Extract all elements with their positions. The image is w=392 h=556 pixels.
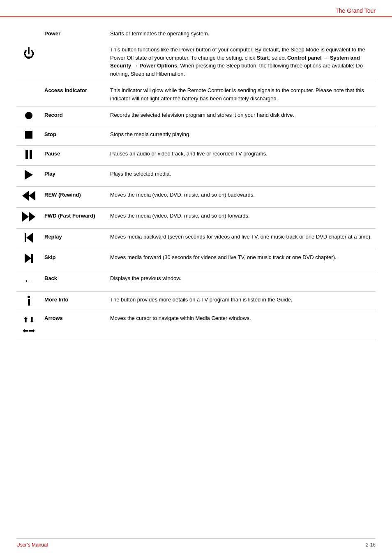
footer-page-number: 2-16 bbox=[366, 542, 376, 548]
table-row: ⬆⬇⬅➡ArrowsMoves the cursor to navigate w… bbox=[16, 310, 376, 340]
main-content: ⏻PowerStarts or terminates the operating… bbox=[0, 17, 392, 357]
feature-desc: Moves the cursor to navigate within Medi… bbox=[107, 310, 376, 340]
footer-manual-label: User's Manual bbox=[16, 542, 48, 548]
feature-desc: The button provides more details on a TV… bbox=[107, 292, 376, 310]
features-table: ⏻PowerStarts or terminates the operating… bbox=[16, 25, 376, 340]
power-icon: ⏻ bbox=[23, 47, 35, 60]
feature-desc: Moves the media (video, DVD, music, and … bbox=[107, 208, 376, 229]
rew-icon bbox=[22, 191, 35, 201]
table-row: ReplayMoves media backward (seven second… bbox=[16, 229, 376, 249]
feature-desc: Moves media backward (seven seconds for … bbox=[107, 229, 376, 249]
table-row: More InfoThe button provides more detail… bbox=[16, 292, 376, 310]
table-row: SkipMoves media forward (30 seconds for … bbox=[16, 249, 376, 270]
moreinfo-icon bbox=[20, 296, 38, 306]
feature-desc: Records the selected television program … bbox=[107, 107, 376, 126]
feature-label: FWD (Fast Forward) bbox=[41, 208, 107, 229]
table-row: StopStops the media currently playing. bbox=[16, 126, 376, 146]
feature-label: Record bbox=[41, 107, 107, 126]
feature-label: REW (Rewind) bbox=[41, 187, 107, 208]
replay-icon bbox=[25, 233, 33, 243]
feature-desc: Starts or terminates the operating syste… bbox=[107, 25, 376, 82]
play-icon bbox=[25, 170, 33, 180]
feature-label: Arrows bbox=[41, 310, 107, 340]
table-row: PausePauses an audio or video track, and… bbox=[16, 146, 376, 166]
table-row: ←BackDisplays the previous window. bbox=[16, 270, 376, 292]
feature-desc: Stops the media currently playing. bbox=[107, 126, 376, 146]
feature-label: Power bbox=[41, 25, 107, 82]
feature-desc: Moves media forward (30 seconds for vide… bbox=[107, 249, 376, 270]
feature-desc: Pauses an audio or video track, and live… bbox=[107, 146, 376, 166]
feature-label: Skip bbox=[41, 249, 107, 270]
skip-icon bbox=[25, 253, 33, 263]
feature-desc: Plays the selected media. bbox=[107, 166, 376, 187]
feature-label: More Info bbox=[41, 292, 107, 310]
record-icon bbox=[25, 112, 32, 119]
table-row: FWD (Fast Forward)Moves the media (video… bbox=[16, 208, 376, 229]
feature-desc: Displays the previous window. bbox=[107, 270, 376, 292]
brand-title: The Grand Tour bbox=[335, 7, 376, 14]
stop-icon bbox=[25, 131, 32, 139]
feature-desc: This indicator will glow while the Remot… bbox=[107, 82, 376, 107]
arrows-icon: ⬆⬇⬅➡ bbox=[23, 316, 35, 335]
fwd-icon bbox=[22, 212, 35, 222]
feature-label: Stop bbox=[41, 126, 107, 146]
page-header: The Grand Tour bbox=[0, 0, 392, 17]
table-row: ⏻PowerStarts or terminates the operating… bbox=[16, 25, 376, 82]
table-row: RecordRecords the selected television pr… bbox=[16, 107, 376, 126]
table-row: Access indicatorThis indicator will glow… bbox=[16, 82, 376, 107]
table-row: PlayPlays the selected media. bbox=[16, 166, 376, 187]
feature-label: Back bbox=[41, 270, 107, 292]
pause-icon bbox=[25, 150, 32, 159]
feature-label: Pause bbox=[41, 146, 107, 166]
feature-label: Play bbox=[41, 166, 107, 187]
feature-label: Access indicator bbox=[41, 82, 107, 107]
table-row: REW (Rewind)Moves the media (video, DVD,… bbox=[16, 187, 376, 208]
feature-label: Replay bbox=[41, 229, 107, 249]
feature-desc: Moves the media (video, DVD, music, and … bbox=[107, 187, 376, 208]
page-footer: User's Manual 2-16 bbox=[16, 538, 376, 548]
back-icon: ← bbox=[23, 274, 34, 287]
